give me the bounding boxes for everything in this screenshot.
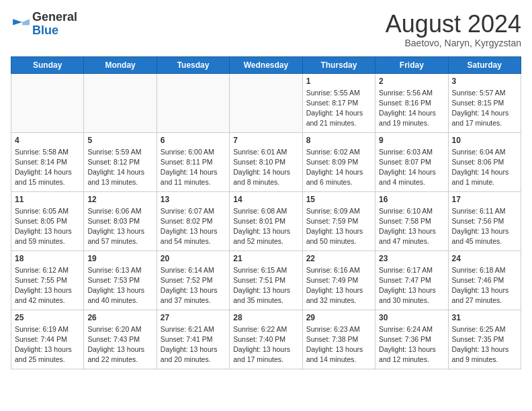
- calendar-cell: 5Sunrise: 5:59 AMSunset: 8:12 PMDaylight…: [84, 132, 157, 191]
- day-info: Sunrise: 6:18 AMSunset: 7:46 PMDaylight:…: [452, 265, 517, 306]
- logo: General Blue: [11, 11, 77, 38]
- day-number: 19: [87, 254, 152, 263]
- calendar-cell: 4Sunrise: 5:58 AMSunset: 8:14 PMDaylight…: [11, 132, 84, 191]
- day-number: 11: [15, 195, 80, 204]
- day-number: 12: [87, 195, 152, 204]
- calendar-cell: 27Sunrise: 6:21 AMSunset: 7:41 PMDayligh…: [157, 310, 229, 369]
- day-info: Sunrise: 6:10 AMSunset: 7:58 PMDaylight:…: [379, 206, 444, 247]
- calendar-cell: 13Sunrise: 6:07 AMSunset: 8:02 PMDayligh…: [157, 191, 229, 250]
- calendar-cell: 15Sunrise: 6:09 AMSunset: 7:59 PMDayligh…: [302, 191, 375, 250]
- day-info: Sunrise: 6:20 AMSunset: 7:43 PMDaylight:…: [87, 324, 152, 365]
- day-number: 29: [306, 313, 371, 322]
- calendar-cell: 26Sunrise: 6:20 AMSunset: 7:43 PMDayligh…: [84, 310, 157, 369]
- day-info: Sunrise: 6:15 AMSunset: 7:51 PMDaylight:…: [233, 265, 298, 306]
- weekday-header-wednesday: Wednesday: [230, 56, 302, 73]
- week-row-5: 25Sunrise: 6:19 AMSunset: 7:44 PMDayligh…: [11, 310, 521, 369]
- page-header: General Blue August 2024 Baetovo, Naryn,…: [11, 11, 521, 48]
- calendar-cell: 12Sunrise: 6:06 AMSunset: 8:03 PMDayligh…: [84, 191, 157, 250]
- day-number: 13: [161, 195, 226, 204]
- week-row-3: 11Sunrise: 6:05 AMSunset: 8:05 PMDayligh…: [11, 191, 521, 250]
- location-text: Baetovo, Naryn, Kyrgyzstan: [386, 38, 521, 48]
- day-number: 27: [161, 313, 226, 322]
- calendar-cell: [230, 73, 302, 132]
- day-number: 30: [379, 313, 444, 322]
- day-info: Sunrise: 6:25 AMSunset: 7:35 PMDaylight:…: [452, 324, 517, 365]
- calendar-cell: 22Sunrise: 6:16 AMSunset: 7:49 PMDayligh…: [302, 250, 375, 310]
- day-info: Sunrise: 6:08 AMSunset: 8:01 PMDaylight:…: [233, 206, 298, 247]
- day-info: Sunrise: 6:13 AMSunset: 7:53 PMDaylight:…: [87, 265, 152, 306]
- day-number: 5: [87, 136, 152, 145]
- day-number: 9: [379, 136, 444, 145]
- day-info: Sunrise: 6:05 AMSunset: 8:05 PMDaylight:…: [15, 206, 80, 247]
- day-number: 1: [306, 77, 371, 86]
- day-number: 24: [452, 254, 517, 263]
- day-number: 6: [161, 136, 226, 145]
- day-number: 22: [306, 254, 371, 263]
- week-row-4: 18Sunrise: 6:12 AMSunset: 7:55 PMDayligh…: [11, 250, 521, 310]
- weekday-header-friday: Friday: [375, 56, 448, 73]
- day-number: 25: [15, 313, 80, 322]
- day-number: 31: [452, 313, 517, 322]
- calendar-cell: 8Sunrise: 6:02 AMSunset: 8:09 PMDaylight…: [302, 132, 375, 191]
- calendar-table: SundayMondayTuesdayWednesdayThursdayFrid…: [11, 56, 521, 369]
- day-number: 21: [233, 254, 298, 263]
- day-info: Sunrise: 6:00 AMSunset: 8:11 PMDaylight:…: [161, 147, 226, 188]
- calendar-cell: 30Sunrise: 6:24 AMSunset: 7:36 PMDayligh…: [375, 310, 448, 369]
- calendar-cell: 21Sunrise: 6:15 AMSunset: 7:51 PMDayligh…: [230, 250, 302, 310]
- day-number: 23: [379, 254, 444, 263]
- day-info: Sunrise: 6:03 AMSunset: 8:07 PMDaylight:…: [379, 147, 444, 188]
- day-info: Sunrise: 6:11 AMSunset: 7:56 PMDaylight:…: [452, 206, 517, 247]
- calendar-cell: 28Sunrise: 6:22 AMSunset: 7:40 PMDayligh…: [230, 310, 302, 369]
- day-info: Sunrise: 6:04 AMSunset: 8:06 PMDaylight:…: [452, 147, 517, 188]
- calendar-cell: 6Sunrise: 6:00 AMSunset: 8:11 PMDaylight…: [157, 132, 229, 191]
- calendar-cell: 31Sunrise: 6:25 AMSunset: 7:35 PMDayligh…: [448, 310, 521, 369]
- calendar-cell: 25Sunrise: 6:19 AMSunset: 7:44 PMDayligh…: [11, 310, 84, 369]
- day-number: 2: [379, 77, 444, 86]
- day-info: Sunrise: 6:16 AMSunset: 7:49 PMDaylight:…: [306, 265, 371, 306]
- calendar-cell: 3Sunrise: 5:57 AMSunset: 8:15 PMDaylight…: [448, 73, 521, 132]
- day-number: 8: [306, 136, 371, 145]
- month-title: August 2024: [386, 11, 521, 38]
- calendar-cell: 20Sunrise: 6:14 AMSunset: 7:52 PMDayligh…: [157, 250, 229, 310]
- day-number: 10: [452, 136, 517, 145]
- calendar-cell: 7Sunrise: 6:01 AMSunset: 8:10 PMDaylight…: [230, 132, 302, 191]
- calendar-cell: 18Sunrise: 6:12 AMSunset: 7:55 PMDayligh…: [11, 250, 84, 310]
- logo-general-text: General: [32, 10, 77, 24]
- calendar-cell: 17Sunrise: 6:11 AMSunset: 7:56 PMDayligh…: [448, 191, 521, 250]
- day-info: Sunrise: 6:23 AMSunset: 7:38 PMDaylight:…: [306, 324, 371, 365]
- day-number: 16: [379, 195, 444, 204]
- title-block: August 2024 Baetovo, Naryn, Kyrgyzstan: [386, 11, 521, 48]
- calendar-cell: 11Sunrise: 6:05 AMSunset: 8:05 PMDayligh…: [11, 191, 84, 250]
- day-number: 18: [15, 254, 80, 263]
- logo-icon: [11, 15, 30, 34]
- day-info: Sunrise: 6:01 AMSunset: 8:10 PMDaylight:…: [233, 147, 298, 188]
- week-row-1: 1Sunrise: 5:55 AMSunset: 8:17 PMDaylight…: [11, 73, 521, 132]
- day-number: 7: [233, 136, 298, 145]
- calendar-cell: 10Sunrise: 6:04 AMSunset: 8:06 PMDayligh…: [448, 132, 521, 191]
- weekday-header-tuesday: Tuesday: [157, 56, 229, 73]
- day-info: Sunrise: 6:19 AMSunset: 7:44 PMDaylight:…: [15, 324, 80, 365]
- day-info: Sunrise: 5:58 AMSunset: 8:14 PMDaylight:…: [15, 147, 80, 188]
- day-info: Sunrise: 5:57 AMSunset: 8:15 PMDaylight:…: [452, 88, 517, 129]
- day-number: 20: [161, 254, 226, 263]
- calendar-cell: 9Sunrise: 6:03 AMSunset: 8:07 PMDaylight…: [375, 132, 448, 191]
- day-number: 26: [87, 313, 152, 322]
- weekday-header-row: SundayMondayTuesdayWednesdayThursdayFrid…: [11, 56, 521, 73]
- day-info: Sunrise: 6:14 AMSunset: 7:52 PMDaylight:…: [161, 265, 226, 306]
- logo-blue-text: Blue: [32, 24, 58, 37]
- day-number: 15: [306, 195, 371, 204]
- day-number: 28: [233, 313, 298, 322]
- calendar-cell: 19Sunrise: 6:13 AMSunset: 7:53 PMDayligh…: [84, 250, 157, 310]
- day-info: Sunrise: 6:07 AMSunset: 8:02 PMDaylight:…: [161, 206, 226, 247]
- day-info: Sunrise: 5:56 AMSunset: 8:16 PMDaylight:…: [379, 88, 444, 129]
- day-info: Sunrise: 6:12 AMSunset: 7:55 PMDaylight:…: [15, 265, 80, 306]
- week-row-2: 4Sunrise: 5:58 AMSunset: 8:14 PMDaylight…: [11, 132, 521, 191]
- calendar-cell: 14Sunrise: 6:08 AMSunset: 8:01 PMDayligh…: [230, 191, 302, 250]
- day-number: 3: [452, 77, 517, 86]
- calendar-cell: [11, 73, 84, 132]
- day-info: Sunrise: 6:24 AMSunset: 7:36 PMDaylight:…: [379, 324, 444, 365]
- day-info: Sunrise: 5:59 AMSunset: 8:12 PMDaylight:…: [87, 147, 152, 188]
- day-info: Sunrise: 6:21 AMSunset: 7:41 PMDaylight:…: [161, 324, 226, 365]
- day-info: Sunrise: 6:06 AMSunset: 8:03 PMDaylight:…: [87, 206, 152, 247]
- weekday-header-thursday: Thursday: [302, 56, 375, 73]
